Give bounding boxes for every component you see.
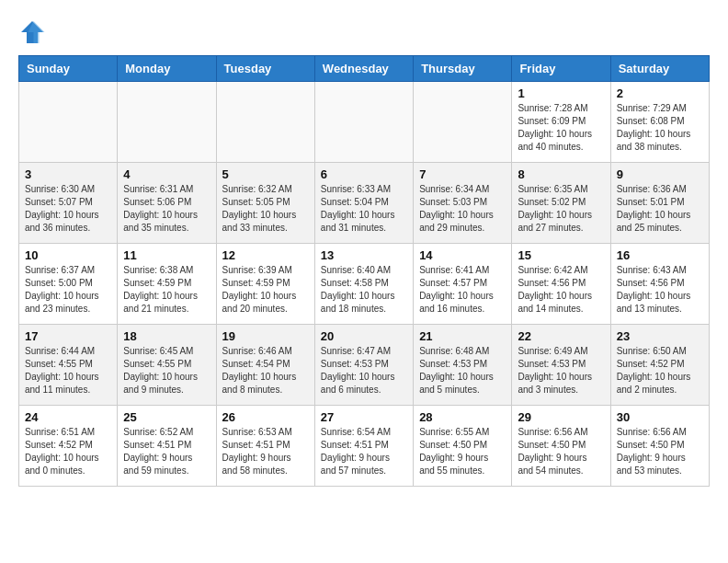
calendar-cell: 21Sunrise: 6:48 AM Sunset: 4:53 PM Dayli… (414, 325, 512, 406)
day-info: Sunrise: 6:45 AM Sunset: 4:55 PM Dayligh… (123, 345, 210, 396)
day-info: Sunrise: 6:52 AM Sunset: 4:51 PM Dayligh… (123, 426, 210, 477)
calendar-cell: 3Sunrise: 6:30 AM Sunset: 5:07 PM Daylig… (19, 163, 118, 244)
day-info: Sunrise: 6:50 AM Sunset: 4:52 PM Dayligh… (617, 345, 703, 396)
day-info: Sunrise: 6:44 AM Sunset: 4:55 PM Dayligh… (25, 345, 111, 396)
day-number: 29 (518, 410, 604, 424)
day-number: 2 (617, 86, 703, 100)
day-number: 12 (222, 248, 309, 262)
calendar-header-tuesday: Tuesday (216, 56, 314, 82)
calendar-week-row: 24Sunrise: 6:51 AM Sunset: 4:52 PM Dayli… (19, 406, 710, 487)
page-header (18, 18, 710, 46)
day-number: 17 (25, 329, 111, 343)
calendar-cell: 4Sunrise: 6:31 AM Sunset: 5:06 PM Daylig… (118, 163, 216, 244)
day-number: 15 (518, 248, 604, 262)
calendar-header-friday: Friday (512, 56, 610, 82)
day-number: 1 (518, 86, 604, 100)
day-number: 6 (321, 167, 407, 181)
day-number: 22 (518, 329, 604, 343)
calendar-cell: 18Sunrise: 6:45 AM Sunset: 4:55 PM Dayli… (118, 325, 216, 406)
day-info: Sunrise: 6:35 AM Sunset: 5:02 PM Dayligh… (518, 183, 604, 235)
day-info: Sunrise: 6:33 AM Sunset: 5:04 PM Dayligh… (321, 183, 407, 235)
calendar-cell: 12Sunrise: 6:39 AM Sunset: 4:59 PM Dayli… (216, 244, 314, 325)
calendar-cell: 11Sunrise: 6:38 AM Sunset: 4:59 PM Dayli… (118, 244, 216, 325)
calendar-header-thursday: Thursday (414, 56, 512, 82)
calendar-cell: 10Sunrise: 6:37 AM Sunset: 5:00 PM Dayli… (19, 244, 118, 325)
day-number: 4 (123, 167, 210, 181)
day-info: Sunrise: 6:46 AM Sunset: 4:54 PM Dayligh… (222, 345, 309, 396)
day-info: Sunrise: 6:38 AM Sunset: 4:59 PM Dayligh… (123, 264, 210, 316)
day-number: 10 (25, 248, 111, 262)
day-info: Sunrise: 6:30 AM Sunset: 5:07 PM Dayligh… (25, 183, 111, 235)
calendar-cell (216, 82, 314, 163)
day-info: Sunrise: 6:48 AM Sunset: 4:53 PM Dayligh… (419, 345, 506, 396)
day-info: Sunrise: 6:41 AM Sunset: 4:57 PM Dayligh… (419, 264, 506, 316)
calendar-week-row: 1Sunrise: 7:28 AM Sunset: 6:09 PM Daylig… (19, 82, 710, 163)
calendar-cell: 20Sunrise: 6:47 AM Sunset: 4:53 PM Dayli… (314, 325, 413, 406)
calendar-cell: 15Sunrise: 6:42 AM Sunset: 4:56 PM Dayli… (512, 244, 610, 325)
calendar-cell: 29Sunrise: 6:56 AM Sunset: 4:50 PM Dayli… (512, 406, 610, 487)
calendar-cell: 23Sunrise: 6:50 AM Sunset: 4:52 PM Dayli… (610, 325, 709, 406)
day-info: Sunrise: 6:49 AM Sunset: 4:53 PM Dayligh… (518, 345, 604, 396)
day-info: Sunrise: 6:34 AM Sunset: 5:03 PM Dayligh… (419, 183, 506, 235)
day-info: Sunrise: 6:43 AM Sunset: 4:56 PM Dayligh… (617, 264, 703, 316)
logo (18, 18, 50, 46)
calendar-cell: 14Sunrise: 6:41 AM Sunset: 4:57 PM Dayli… (414, 244, 512, 325)
day-number: 3 (25, 167, 111, 181)
day-info: Sunrise: 6:32 AM Sunset: 5:05 PM Dayligh… (222, 183, 309, 235)
calendar-cell: 27Sunrise: 6:54 AM Sunset: 4:51 PM Dayli… (314, 406, 413, 487)
logo-icon (18, 18, 46, 46)
calendar-cell: 26Sunrise: 6:53 AM Sunset: 4:51 PM Dayli… (216, 406, 314, 487)
day-number: 21 (419, 329, 506, 343)
day-number: 20 (321, 329, 407, 343)
calendar-table: SundayMondayTuesdayWednesdayThursdayFrid… (18, 55, 710, 487)
day-info: Sunrise: 6:36 AM Sunset: 5:01 PM Dayligh… (617, 183, 703, 235)
calendar-cell (314, 82, 413, 163)
calendar-cell (414, 82, 512, 163)
calendar-cell: 6Sunrise: 6:33 AM Sunset: 5:04 PM Daylig… (314, 163, 413, 244)
day-number: 13 (321, 248, 407, 262)
day-number: 16 (617, 248, 703, 262)
day-number: 9 (617, 167, 703, 181)
calendar-cell: 28Sunrise: 6:55 AM Sunset: 4:50 PM Dayli… (414, 406, 512, 487)
day-number: 18 (123, 329, 210, 343)
calendar-week-row: 10Sunrise: 6:37 AM Sunset: 5:00 PM Dayli… (19, 244, 710, 325)
calendar-cell: 22Sunrise: 6:49 AM Sunset: 4:53 PM Dayli… (512, 325, 610, 406)
calendar-cell (118, 82, 216, 163)
calendar-week-row: 3Sunrise: 6:30 AM Sunset: 5:07 PM Daylig… (19, 163, 710, 244)
day-info: Sunrise: 6:37 AM Sunset: 5:00 PM Dayligh… (25, 264, 111, 316)
calendar-cell: 24Sunrise: 6:51 AM Sunset: 4:52 PM Dayli… (19, 406, 118, 487)
calendar-cell: 19Sunrise: 6:46 AM Sunset: 4:54 PM Dayli… (216, 325, 314, 406)
day-number: 19 (222, 329, 309, 343)
day-info: Sunrise: 6:47 AM Sunset: 4:53 PM Dayligh… (321, 345, 407, 396)
day-number: 25 (123, 410, 210, 424)
day-number: 27 (321, 410, 407, 424)
calendar-week-row: 17Sunrise: 6:44 AM Sunset: 4:55 PM Dayli… (19, 325, 710, 406)
calendar-cell: 17Sunrise: 6:44 AM Sunset: 4:55 PM Dayli… (19, 325, 118, 406)
calendar-cell: 2Sunrise: 7:29 AM Sunset: 6:08 PM Daylig… (610, 82, 709, 163)
day-info: Sunrise: 6:55 AM Sunset: 4:50 PM Dayligh… (419, 426, 506, 477)
calendar-cell: 7Sunrise: 6:34 AM Sunset: 5:03 PM Daylig… (414, 163, 512, 244)
day-info: Sunrise: 6:54 AM Sunset: 4:51 PM Dayligh… (321, 426, 407, 477)
calendar-cell: 9Sunrise: 6:36 AM Sunset: 5:01 PM Daylig… (610, 163, 709, 244)
calendar-cell: 16Sunrise: 6:43 AM Sunset: 4:56 PM Dayli… (610, 244, 709, 325)
calendar-header-saturday: Saturday (610, 56, 709, 82)
day-number: 8 (518, 167, 604, 181)
calendar-header-sunday: Sunday (19, 56, 118, 82)
calendar-cell: 5Sunrise: 6:32 AM Sunset: 5:05 PM Daylig… (216, 163, 314, 244)
calendar-cell (19, 82, 118, 163)
calendar-header-row: SundayMondayTuesdayWednesdayThursdayFrid… (19, 56, 710, 82)
day-number: 14 (419, 248, 506, 262)
day-info: Sunrise: 6:40 AM Sunset: 4:58 PM Dayligh… (321, 264, 407, 316)
day-info: Sunrise: 7:28 AM Sunset: 6:09 PM Dayligh… (518, 102, 604, 154)
day-info: Sunrise: 6:31 AM Sunset: 5:06 PM Dayligh… (123, 183, 210, 235)
day-info: Sunrise: 7:29 AM Sunset: 6:08 PM Dayligh… (617, 102, 703, 154)
day-info: Sunrise: 6:51 AM Sunset: 4:52 PM Dayligh… (25, 426, 111, 477)
day-info: Sunrise: 6:42 AM Sunset: 4:56 PM Dayligh… (518, 264, 604, 316)
day-info: Sunrise: 6:56 AM Sunset: 4:50 PM Dayligh… (617, 426, 703, 477)
day-number: 30 (617, 410, 703, 424)
day-number: 5 (222, 167, 309, 181)
day-number: 24 (25, 410, 111, 424)
day-info: Sunrise: 6:53 AM Sunset: 4:51 PM Dayligh… (222, 426, 309, 477)
day-info: Sunrise: 6:56 AM Sunset: 4:50 PM Dayligh… (518, 426, 604, 477)
day-number: 28 (419, 410, 506, 424)
